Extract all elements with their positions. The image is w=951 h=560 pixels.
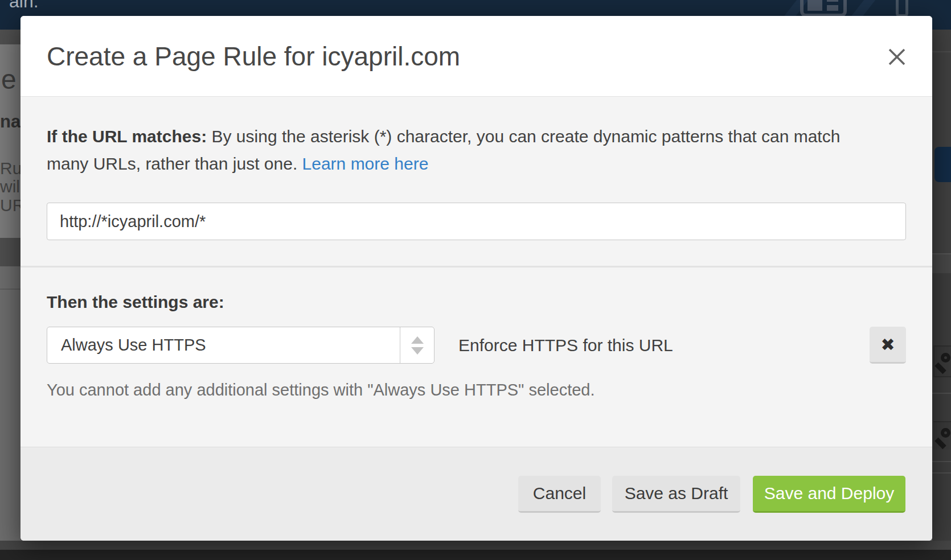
setting-row: Always Use HTTPS Enforce HTTPS for this … [47, 327, 906, 364]
bg-right-lower [932, 273, 951, 542]
chevron-down-icon [411, 347, 424, 355]
bg-right-line4 [932, 461, 951, 462]
setting-description: Enforce HTTPS for this URL [458, 336, 673, 355]
bg-left-row-line [0, 289, 21, 290]
settings-section: Then the settings are: Always Use HTTPS … [21, 267, 932, 447]
wrench-icon [941, 353, 950, 363]
bg-text-fragment-1: Ru [0, 159, 22, 178]
bg-right-band [932, 254, 951, 273]
learn-more-link[interactable]: Learn more here [302, 154, 429, 173]
url-match-label: If the URL matches: [47, 127, 207, 146]
profile-icon[interactable] [896, 0, 908, 17]
url-pattern-input[interactable] [47, 203, 906, 240]
bg-heading-fragment: e [1, 64, 17, 95]
bg-right-line3 [932, 393, 951, 394]
chevron-up-icon [411, 336, 424, 344]
cancel-button[interactable]: Cancel [518, 476, 601, 513]
bg-left-strip-dark1 [0, 30, 21, 44]
setting-select[interactable]: Always Use HTTPS [47, 327, 434, 364]
settings-heading: Then the settings are: [47, 293, 906, 312]
select-spinner-icon[interactable] [400, 327, 434, 363]
layout-columns-icon[interactable] [800, 0, 847, 17]
close-icon[interactable] [886, 46, 908, 68]
url-match-section: If the URL matches: By using the asteris… [21, 97, 932, 267]
modal-title: Create a Page Rule for icyapril.com [47, 41, 460, 72]
remove-x-icon: ✖ [880, 335, 895, 355]
url-match-text-line2: many URLs, rather than just one. [47, 154, 297, 173]
setting-select-value: Always Use HTTPS [61, 336, 206, 355]
remove-setting-button[interactable]: ✖ [870, 327, 906, 364]
bg-left-strip-tablehead [0, 238, 21, 266]
bg-right-line5 [932, 472, 951, 473]
modal-footer: Cancel Save as Draft Save and Deploy [21, 447, 932, 541]
url-match-text-line1: By using the asterisk (*) character, you… [212, 127, 841, 146]
save-as-draft-button[interactable]: Save as Draft [612, 476, 740, 513]
header-text-fragment: ain. [9, 0, 39, 12]
screen: e nav Ru will UR ain. Create a Page Rule… [0, 0, 951, 560]
create-page-rule-modal: Create a Page Rule for icyapril.com If t… [21, 16, 932, 541]
settings-note: You cannot add any additional settings w… [47, 381, 906, 400]
bg-right-line1 [932, 51, 951, 52]
modal-header: Create a Page Rule for icyapril.com [21, 16, 932, 97]
wrench-icon-2 [941, 428, 950, 438]
bg-left-strip-lower [0, 266, 21, 542]
url-match-description: If the URL matches: By using the asteris… [47, 123, 906, 178]
bg-bottom-strip-dark [0, 550, 951, 560]
save-and-deploy-button[interactable]: Save and Deploy [753, 476, 905, 513]
bg-blue-button-fragment [934, 147, 951, 182]
